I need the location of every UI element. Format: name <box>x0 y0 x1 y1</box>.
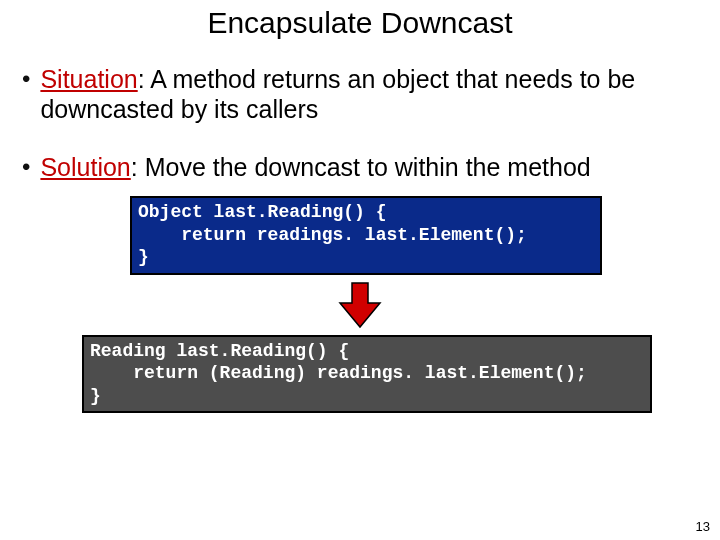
bullet-dot-icon: • <box>22 64 30 94</box>
situation-text: Situation: A method returns an object th… <box>40 64 698 124</box>
bullet-dot-icon: • <box>22 152 30 182</box>
solution-colon: : <box>131 153 145 181</box>
solution-body: Move the downcast to within the method <box>145 153 591 181</box>
solution-bullet: • Solution: Move the downcast to within … <box>22 152 698 182</box>
slide-title: Encapsulate Downcast <box>0 0 720 40</box>
situation-bullet: • Situation: A method returns an object … <box>22 64 698 124</box>
solution-label: Solution <box>40 153 130 181</box>
arrow-down-icon <box>330 281 390 329</box>
slide-content: • Situation: A method returns an object … <box>0 40 720 413</box>
code-before-box: Object last.Reading() { return readings.… <box>130 196 602 275</box>
situation-label: Situation <box>40 65 137 93</box>
code-after-box: Reading last.Reading() { return (Reading… <box>82 335 652 414</box>
situation-colon: : <box>138 65 151 93</box>
solution-text: Solution: Move the downcast to within th… <box>40 152 590 182</box>
page-number: 13 <box>696 519 710 534</box>
